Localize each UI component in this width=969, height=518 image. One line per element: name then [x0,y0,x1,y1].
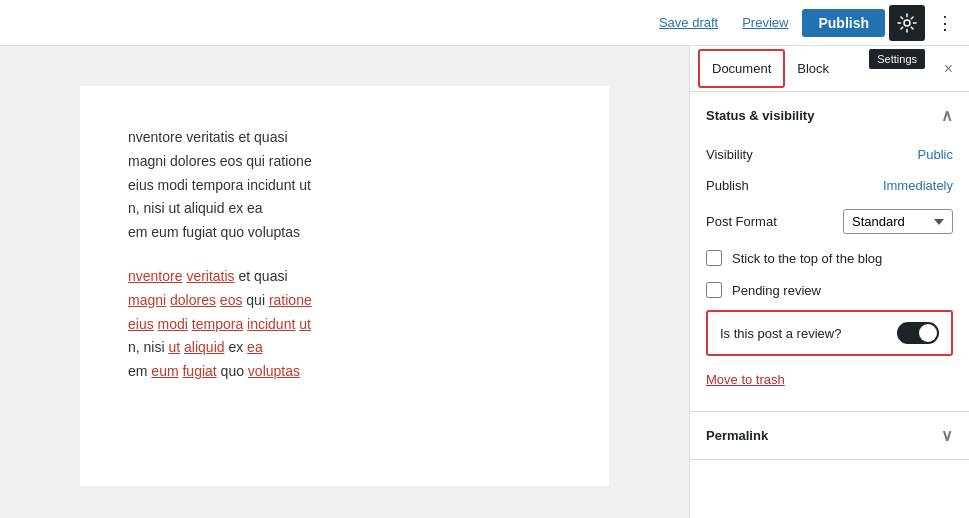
preview-button[interactable]: Preview [732,9,798,36]
pending-review-checkbox[interactable] [706,282,722,298]
tab-block[interactable]: Block [785,51,841,86]
sidebar-tabs: Document Block × [690,46,969,92]
editor-paragraph-2: nventore veritatis et quasi magni dolore… [128,265,561,384]
tab-document[interactable]: Document [698,49,785,88]
svg-point-0 [904,20,910,26]
move-to-trash-button[interactable]: Move to trash [706,364,785,395]
link-voluptas[interactable]: voluptas [248,363,300,379]
permalink-title: Permalink [706,428,768,443]
stick-to-top-row: Stick to the top of the blog [706,242,953,274]
visibility-row: Visibility Public [706,139,953,170]
close-sidebar-button[interactable]: × [936,56,961,82]
permalink-header[interactable]: Permalink ∨ [690,412,969,459]
publish-value[interactable]: Immediately [883,178,953,193]
is-review-row: Is this post a review? [706,310,953,356]
visibility-label: Visibility [706,147,753,162]
main-layout: nventore veritatis et quasi magni dolore… [0,46,969,518]
stick-to-top-checkbox[interactable] [706,250,722,266]
link-magni[interactable]: magni [128,292,166,308]
link-aliquid[interactable]: aliquid [184,339,224,355]
editor-paragraph-1: nventore veritatis et quasi magni dolore… [128,126,561,245]
editor-content: nventore veritatis et quasi magni dolore… [80,86,609,486]
toggle-knob [919,324,937,342]
settings-button[interactable] [889,5,925,41]
link-modi[interactable]: modi [158,316,188,332]
pending-review-label[interactable]: Pending review [732,283,821,298]
settings-tooltip: Settings [869,49,925,69]
is-review-label: Is this post a review? [720,326,841,341]
chevron-up-icon: ∧ [941,106,953,125]
link-eum[interactable]: eum [151,363,178,379]
link-incidunt[interactable]: incidunt [247,316,295,332]
link-eius[interactable]: eius [128,316,154,332]
editor-area: nventore veritatis et quasi magni dolore… [0,46,689,518]
link-eos[interactable]: eos [220,292,243,308]
sidebar: Document Block × Status & visibility ∧ V… [689,46,969,518]
status-visibility-body: Visibility Public Publish Immediately Po… [690,139,969,411]
link-fugiat[interactable]: fugiat [182,363,216,379]
is-review-toggle[interactable] [897,322,939,344]
stick-to-top-label[interactable]: Stick to the top of the blog [732,251,882,266]
link-inventore[interactable]: nventore [128,268,182,284]
post-format-row: Post Format Standard Aside Chat Gallery … [706,201,953,242]
save-draft-button[interactable]: Save draft [649,9,728,36]
link-dolores[interactable]: dolores [170,292,216,308]
link-veritatis[interactable]: veritatis [186,268,234,284]
chevron-down-icon: ∨ [941,426,953,445]
post-format-label: Post Format [706,214,777,229]
visibility-value[interactable]: Public [918,147,953,162]
publish-row: Publish Immediately [706,170,953,201]
link-ea[interactable]: ea [247,339,263,355]
post-format-select[interactable]: Standard Aside Chat Gallery Link Image Q… [843,209,953,234]
link-ut2[interactable]: ut [168,339,180,355]
link-ut[interactable]: ut [299,316,311,332]
link-ratione[interactable]: ratione [269,292,312,308]
status-visibility-header[interactable]: Status & visibility ∧ [690,92,969,139]
gear-icon [897,13,917,33]
status-visibility-section: Status & visibility ∧ Visibility Public … [690,92,969,412]
link-tempora[interactable]: tempora [192,316,243,332]
permalink-section: Permalink ∨ [690,412,969,460]
pending-review-row: Pending review [706,274,953,306]
more-options-button[interactable]: ⋮ [929,5,961,41]
publish-label: Publish [706,178,749,193]
status-visibility-title: Status & visibility [706,108,814,123]
top-bar: Save draft Preview Publish Settings ⋮ [0,0,969,46]
publish-button[interactable]: Publish [802,9,885,37]
